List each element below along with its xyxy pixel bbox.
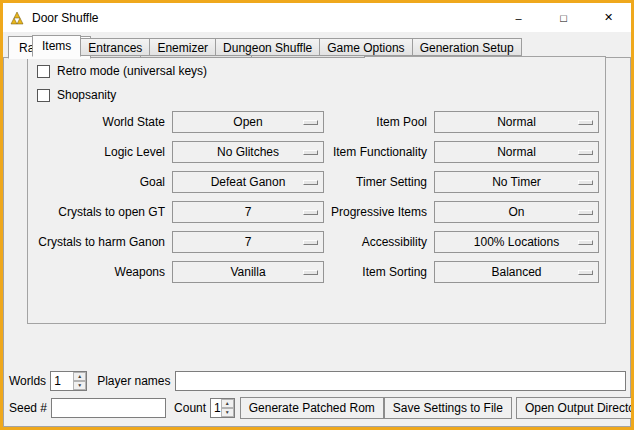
shopsanity-row: Shopsanity	[37, 88, 116, 102]
crystals-ganon-value: 7	[245, 235, 252, 249]
count-label: Count	[174, 401, 206, 415]
retro-mode-label: Retro mode (universal keys)	[57, 64, 207, 78]
worlds-value: 1	[51, 372, 73, 390]
spin-down-icon[interactable]: ▼	[73, 381, 86, 390]
optionmenu-indicator-icon	[578, 210, 593, 215]
optionmenu-indicator-icon	[578, 270, 593, 275]
count-spinbox[interactable]: 1 ▲ ▼	[210, 398, 235, 418]
player-names-label: Player names	[97, 374, 170, 388]
window: Door Shuffle – □ ✕ Randomize Adjust Star…	[0, 0, 634, 430]
crystals-ganon-label: Crystals to harm Ganon	[28, 235, 165, 249]
window-controls: – □ ✕	[496, 3, 631, 32]
weapons-dropdown[interactable]: Vanilla	[172, 261, 324, 283]
shopsanity-checkbox[interactable]	[37, 89, 50, 102]
item-functionality-label: Item Functionality	[324, 145, 427, 159]
titlebar[interactable]: Door Shuffle – □ ✕	[3, 3, 631, 32]
shopsanity-label: Shopsanity	[57, 88, 116, 102]
goal-dropdown[interactable]: Defeat Ganon	[172, 171, 324, 193]
logic-level-dropdown[interactable]: No Glitches	[172, 141, 324, 163]
spin-up-icon[interactable]: ▲	[221, 399, 234, 408]
minimize-button[interactable]: –	[496, 3, 541, 32]
tab-game-options[interactable]: Game Options	[319, 38, 412, 56]
multiworld-row: Worlds 1 ▲ ▼ Player names	[9, 370, 626, 392]
maximize-button[interactable]: □	[541, 3, 586, 32]
option-row: Logic Level No Glitches Item Functionali…	[28, 141, 605, 163]
logic-level-label: Logic Level	[28, 145, 165, 159]
weapons-value: Vanilla	[230, 265, 265, 279]
optionmenu-indicator-icon	[303, 120, 318, 125]
seed-label: Seed #	[9, 401, 47, 415]
accessibility-value: 100% Locations	[474, 235, 559, 249]
tab-entrances[interactable]: Entrances	[80, 38, 150, 56]
option-row: World State Open Item Pool Normal	[28, 111, 605, 133]
optionmenu-indicator-icon	[303, 210, 318, 215]
optionmenu-indicator-icon	[303, 150, 318, 155]
progressive-items-value: On	[508, 205, 524, 219]
open-output-directory-button[interactable]: Open Output Directory	[516, 397, 634, 419]
tab-items[interactable]: Items	[32, 35, 81, 57]
generate-patched-rom-button[interactable]: Generate Patched Rom	[240, 397, 384, 419]
item-sorting-dropdown[interactable]: Balanced	[434, 261, 599, 283]
item-pool-value: Normal	[497, 115, 536, 129]
optionmenu-indicator-icon	[578, 240, 593, 245]
timer-setting-value: No Timer	[492, 175, 541, 189]
timer-setting-label: Timer Setting	[324, 175, 427, 189]
progressive-items-dropdown[interactable]: On	[434, 201, 599, 223]
goal-label: Goal	[28, 175, 165, 189]
count-value: 1	[211, 399, 221, 417]
world-state-dropdown[interactable]: Open	[172, 111, 324, 133]
tab-enemizer[interactable]: Enemizer	[149, 38, 216, 56]
logic-level-value: No Glitches	[217, 145, 279, 159]
optionmenu-indicator-icon	[578, 150, 593, 155]
world-state-value: Open	[233, 115, 262, 129]
window-body: Randomize Adjust Starting Inventory Cust…	[3, 32, 631, 427]
world-state-label: World State	[28, 115, 165, 129]
optionmenu-indicator-icon	[303, 240, 318, 245]
item-sorting-value: Balanced	[491, 265, 541, 279]
progressive-items-label: Progressive Items	[324, 205, 427, 219]
worlds-spin-arrows: ▲ ▼	[73, 372, 86, 390]
optionmenu-indicator-icon	[303, 180, 318, 185]
timer-setting-dropdown[interactable]: No Timer	[434, 171, 599, 193]
optionmenu-indicator-icon	[303, 270, 318, 275]
worlds-spinbox[interactable]: 1 ▲ ▼	[50, 371, 87, 391]
settings-notebook: Retro mode (universal keys) Shopsanity W…	[27, 34, 606, 330]
window-title: Door Shuffle	[32, 11, 99, 25]
spin-down-icon[interactable]: ▼	[221, 408, 234, 417]
seed-input[interactable]	[51, 398, 166, 418]
retro-mode-row: Retro mode (universal keys)	[37, 64, 207, 78]
optionmenu-indicator-icon	[578, 180, 593, 185]
option-row: Weapons Vanilla Item Sorting Balanced	[28, 261, 605, 283]
accessibility-dropdown[interactable]: 100% Locations	[434, 231, 599, 253]
optionmenu-indicator-icon	[578, 120, 593, 125]
goal-value: Defeat Ganon	[211, 175, 286, 189]
item-functionality-dropdown[interactable]: Normal	[434, 141, 599, 163]
close-button[interactable]: ✕	[586, 3, 631, 32]
count-spin-arrows: ▲ ▼	[221, 399, 234, 417]
crystals-ganon-dropdown[interactable]: 7	[172, 231, 324, 253]
worlds-label: Worlds	[9, 374, 46, 388]
item-sorting-label: Item Sorting	[324, 265, 427, 279]
crystals-gt-value: 7	[245, 205, 252, 219]
accessibility-label: Accessibility	[324, 235, 427, 249]
options-grid: World State Open Item Pool Normal Logic …	[28, 111, 605, 283]
player-names-input[interactable]	[175, 371, 627, 391]
crystals-gt-dropdown[interactable]: 7	[172, 201, 324, 223]
items-tab-pane: Retro mode (universal keys) Shopsanity W…	[27, 56, 606, 324]
item-functionality-value: Normal	[497, 145, 536, 159]
generation-row: Seed # Count 1 ▲ ▼ Generate Patched Rom …	[9, 397, 626, 419]
save-settings-button[interactable]: Save Settings to File	[384, 397, 512, 419]
option-row: Crystals to open GT 7 Progressive Items …	[28, 201, 605, 223]
option-row: Goal Defeat Ganon Timer Setting No Timer	[28, 171, 605, 193]
spin-up-icon[interactable]: ▲	[73, 372, 86, 381]
item-pool-dropdown[interactable]: Normal	[434, 111, 599, 133]
tab-generation-setup[interactable]: Generation Setup	[412, 38, 522, 56]
item-pool-label: Item Pool	[324, 115, 427, 129]
settings-tab-bar: Items Entrances Enemizer Dungeon Shuffle…	[32, 34, 522, 56]
weapons-label: Weapons	[28, 265, 165, 279]
crystals-gt-label: Crystals to open GT	[28, 205, 165, 219]
option-row: Crystals to harm Ganon 7 Accessibility 1…	[28, 231, 605, 253]
retro-mode-checkbox[interactable]	[37, 65, 50, 78]
app-icon	[9, 10, 25, 26]
tab-dungeon-shuffle[interactable]: Dungeon Shuffle	[215, 38, 320, 56]
